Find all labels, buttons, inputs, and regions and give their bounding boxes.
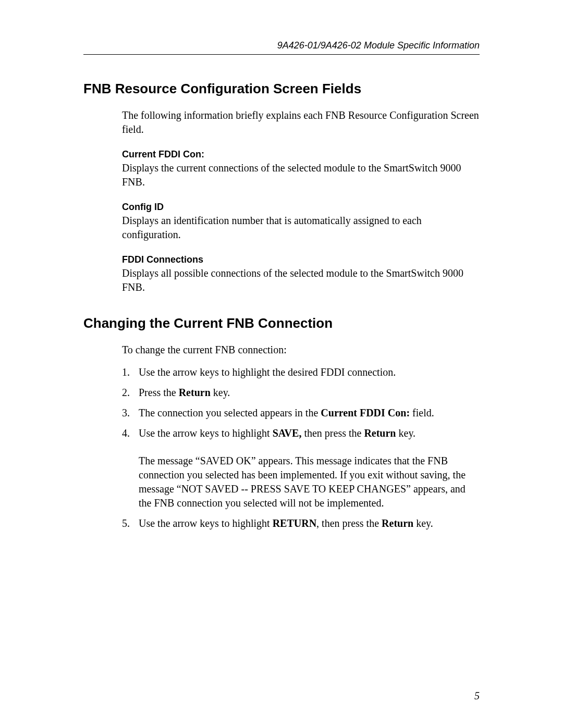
step-2-text-c: key. xyxy=(211,387,230,398)
step-4: Use the arrow keys to highlight SAVE, th… xyxy=(122,426,480,510)
step-3: The connection you selected appears in t… xyxy=(122,406,480,420)
step-4-extra: The message “SAVED OK” appears. This mes… xyxy=(139,454,480,510)
field-label-fddi-connections: FDDI Connections xyxy=(122,254,480,265)
step-5-bold-return-key: Return xyxy=(382,517,413,529)
step-2-bold-return: Return xyxy=(179,387,211,398)
steps-list: Use the arrow keys to highlight the desi… xyxy=(122,365,480,530)
step-3-bold-field: Current FDDI Con: xyxy=(321,407,410,418)
step-1: Use the arrow keys to highlight the desi… xyxy=(122,365,480,379)
step-4-text-c: then press the xyxy=(301,427,364,439)
field-desc-current-fddi-con: Displays the current connections of the … xyxy=(122,161,480,189)
step-4-bold-save: SAVE, xyxy=(273,427,302,439)
step-4-text-a: Use the arrow keys to highlight xyxy=(139,427,273,439)
section-heading-fnb-fields: FNB Resource Configuration Screen Fields xyxy=(83,81,480,97)
step-5: Use the arrow keys to highlight RETURN, … xyxy=(122,516,480,530)
field-label-current-fddi-con: Current FDDI Con: xyxy=(122,149,480,160)
step-5-bold-return-label: RETURN xyxy=(273,517,316,529)
field-entry: Current FDDI Con: Displays the current c… xyxy=(122,149,480,189)
running-header-text: 9A426-01/9A426-02 Module Specific Inform… xyxy=(277,40,480,51)
header-divider xyxy=(83,54,480,55)
field-entry: FDDI Connections Displays all possible c… xyxy=(122,254,480,294)
step-4-text-e: key. xyxy=(396,427,416,439)
step-3-text-a: The connection you selected appears in t… xyxy=(139,407,321,418)
field-label-config-id: Config ID xyxy=(122,202,480,213)
step-5-text-c: , then press the xyxy=(316,517,382,529)
step-1-text: Use the arrow keys to highlight the desi… xyxy=(139,366,396,378)
step-3-text-c: field. xyxy=(410,407,434,418)
field-entry: Config ID Displays an identification num… xyxy=(122,202,480,242)
field-desc-fddi-connections: Displays all possible connections of the… xyxy=(122,266,480,294)
step-5-text-a: Use the arrow keys to highlight xyxy=(139,517,273,529)
section-heading-changing-connection: Changing the Current FNB Connection xyxy=(83,315,480,331)
step-2: Press the Return key. xyxy=(122,386,480,400)
step-4-bold-return: Return xyxy=(364,427,396,439)
field-desc-config-id: Displays an identification number that i… xyxy=(122,214,480,242)
page-number: 5 xyxy=(474,690,480,702)
section1-intro: The following information briefly explai… xyxy=(122,108,480,137)
step-5-text-e: key. xyxy=(413,517,433,529)
running-header: 9A426-01/9A426-02 Module Specific Inform… xyxy=(83,40,480,51)
step-2-text-a: Press the xyxy=(139,387,179,398)
section2-intro: To change the current FNB connection: xyxy=(122,343,480,357)
